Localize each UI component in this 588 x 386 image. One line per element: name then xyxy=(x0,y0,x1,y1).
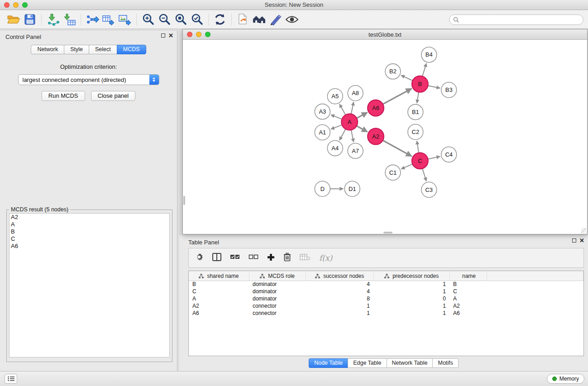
zoom-in-button[interactable] xyxy=(140,12,156,27)
zoom-window-button[interactable] xyxy=(22,2,28,8)
node-A4[interactable]: A4 xyxy=(327,140,343,156)
node-A7[interactable]: A7 xyxy=(348,143,363,158)
import-table-button[interactable] xyxy=(61,12,77,27)
export-table-button[interactable] xyxy=(100,12,117,27)
memory-button[interactable]: Memory xyxy=(547,374,584,384)
list-icon xyxy=(8,376,14,381)
export-network-button[interactable] xyxy=(84,12,100,27)
attribute-type-icon xyxy=(384,274,389,278)
search-field[interactable] xyxy=(449,14,583,25)
add-column-button[interactable] xyxy=(267,253,275,263)
node-B2[interactable]: B2 xyxy=(385,64,401,79)
show-hide-details-button[interactable] xyxy=(284,12,300,27)
node-D[interactable]: D xyxy=(315,181,330,196)
float-panel-icon[interactable] xyxy=(161,33,165,38)
node-D1[interactable]: D1 xyxy=(344,181,360,196)
result-list-item[interactable]: A6 xyxy=(10,243,169,250)
node-C4[interactable]: C4 xyxy=(441,147,457,162)
zoom-selected-button[interactable] xyxy=(189,12,205,27)
table-row[interactable]: A2connector11A2 xyxy=(189,302,583,310)
show-columns-button[interactable] xyxy=(212,253,221,263)
node-B3[interactable]: B3 xyxy=(441,82,457,98)
criterion-dropdown[interactable]: largest connected component (directed) xyxy=(18,74,159,85)
table-row[interactable]: Bdominator41B xyxy=(189,281,583,288)
task-history-button[interactable] xyxy=(5,374,17,384)
delete-table-button[interactable] xyxy=(300,253,311,262)
table-row[interactable]: A6connector11A6 xyxy=(189,310,583,317)
node-A8[interactable]: A8 xyxy=(348,86,363,101)
run-mcds-button[interactable]: Run MCDS xyxy=(42,91,85,101)
node-A1[interactable]: A1 xyxy=(315,125,330,140)
node-B[interactable]: B xyxy=(412,76,428,92)
svg-text:C3: C3 xyxy=(425,186,433,193)
column-header-mcds-role[interactable]: MCDS role xyxy=(249,271,306,281)
mcds-result-list[interactable]: A2ABCA6 xyxy=(9,213,170,357)
save-session-button[interactable] xyxy=(22,12,38,27)
node-A6[interactable]: A6 xyxy=(368,100,384,116)
delete-table-icon xyxy=(300,253,311,261)
table-settings-button[interactable] xyxy=(195,253,204,263)
select-all-button[interactable] xyxy=(230,253,240,262)
function-builder-button[interactable]: f(x) xyxy=(319,253,332,262)
tab-network[interactable]: Network xyxy=(31,45,64,54)
node-B4[interactable]: B4 xyxy=(421,47,437,62)
apply-layout-button[interactable] xyxy=(212,12,228,27)
node-C3[interactable]: C3 xyxy=(421,182,437,197)
network-minimize-button[interactable] xyxy=(196,32,201,37)
tab-style[interactable]: Style xyxy=(64,45,89,54)
tab-edge-table[interactable]: Edge Table xyxy=(348,358,387,368)
memory-status-icon xyxy=(552,376,557,381)
import-network-button[interactable] xyxy=(45,12,61,27)
close-panel-icon[interactable]: ✕ xyxy=(579,238,584,243)
resize-grip[interactable] xyxy=(581,228,587,234)
network-canvas[interactable]: B4B2BB3A5A8A6B1A3AC2A1A2A4A7C4CC1C3DD1 xyxy=(183,40,587,234)
node-table[interactable]: shared name MCDS role successor nodes xyxy=(188,271,584,356)
network-zoom-button[interactable] xyxy=(205,32,210,37)
open-report-button[interactable] xyxy=(235,12,251,27)
tab-mcds[interactable]: MCDS xyxy=(117,45,146,54)
result-list-item[interactable]: B xyxy=(10,228,169,235)
node-C[interactable]: C xyxy=(412,152,428,169)
delete-column-button[interactable] xyxy=(283,253,291,263)
annotations-button[interactable] xyxy=(268,12,284,27)
minimize-window-button[interactable] xyxy=(13,2,19,8)
deselect-all-button[interactable] xyxy=(249,253,258,262)
horizontal-scrollbar[interactable] xyxy=(383,232,392,234)
close-window-button[interactable] xyxy=(4,2,10,8)
tab-select[interactable]: Select xyxy=(89,45,117,54)
reset-view-button[interactable] xyxy=(251,12,268,27)
tab-motifs[interactable]: Motifs xyxy=(432,358,458,368)
vertical-scrollbar[interactable] xyxy=(183,196,185,205)
column-header-predecessor-nodes[interactable]: predecessor nodes xyxy=(373,271,449,281)
node-A2[interactable]: A2 xyxy=(368,129,384,145)
node-A[interactable]: A xyxy=(341,114,358,130)
network-window-titlebar[interactable]: testGlobe.txt xyxy=(183,29,587,40)
network-graph[interactable]: B4B2BB3A5A8A6B1A3AC2A1A2A4A7C4CC1C3DD1 xyxy=(183,40,587,234)
result-list-item[interactable]: C xyxy=(10,235,169,243)
close-panel-icon[interactable]: ✕ xyxy=(168,33,173,38)
node-A5[interactable]: A5 xyxy=(327,89,343,104)
column-header-successor-nodes[interactable]: successor nodes xyxy=(306,271,373,281)
node-A3[interactable]: A3 xyxy=(315,104,330,119)
export-image-button[interactable] xyxy=(117,12,133,27)
open-session-button[interactable] xyxy=(5,12,22,27)
trash-icon xyxy=(283,253,291,262)
result-list-item[interactable]: A2 xyxy=(10,214,169,221)
zoom-fit-button[interactable] xyxy=(172,12,189,27)
node-B1[interactable]: B1 xyxy=(408,105,423,120)
float-panel-icon[interactable] xyxy=(572,238,576,243)
tab-node-table[interactable]: Node Table xyxy=(309,358,348,368)
column-header-shared-name[interactable]: shared name xyxy=(189,271,249,281)
zoom-out-button[interactable] xyxy=(156,12,172,27)
search-input[interactable] xyxy=(461,16,579,23)
network-close-button[interactable] xyxy=(187,32,192,37)
table-row[interactable]: Cdominator41C xyxy=(189,288,583,295)
tab-network-table[interactable]: Network Table xyxy=(387,358,433,368)
node-C1[interactable]: C1 xyxy=(385,165,401,180)
table-row[interactable]: Adominator80A xyxy=(189,295,583,302)
close-panel-button[interactable]: Close panel xyxy=(91,91,136,101)
column-header-name[interactable]: name xyxy=(449,271,487,281)
node-C2[interactable]: C2 xyxy=(408,124,423,140)
svg-text:A1: A1 xyxy=(319,129,326,136)
result-list-item[interactable]: A xyxy=(10,221,169,228)
